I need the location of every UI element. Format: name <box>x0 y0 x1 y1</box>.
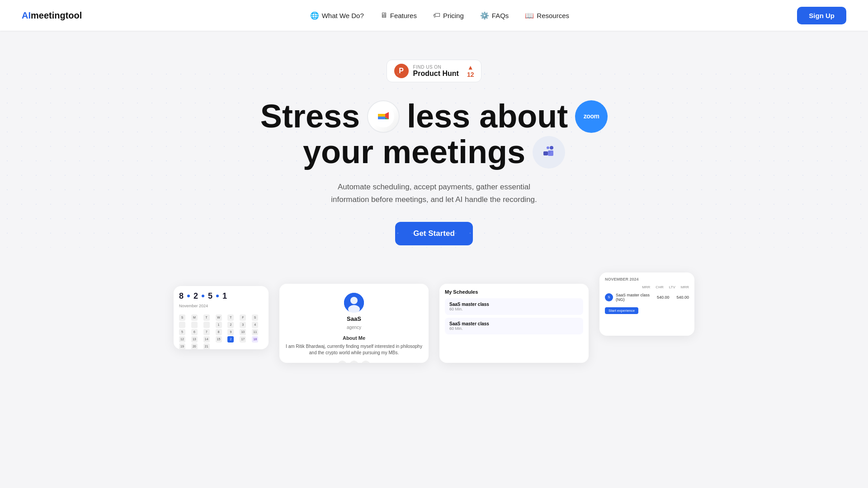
cal-cell: 5 <box>179 329 185 335</box>
dot-sep2 <box>202 295 204 297</box>
product-hunt-badge[interactable]: P FIND US ON Product Hunt ▲ 12 <box>387 60 482 82</box>
cal-cell: S <box>252 314 258 321</box>
cal-cell: 8 <box>216 329 222 335</box>
profile-about-title: About Me <box>343 335 365 341</box>
screenshot-schedules: My Schedules SaaS master class 60 Min. S… <box>439 284 589 363</box>
nav-pricing[interactable]: 🏷 Pricing <box>427 8 470 23</box>
cal-cell: 10 <box>240 329 246 335</box>
gear-icon: ⚙️ <box>480 11 489 20</box>
tag-icon: 🏷 <box>433 11 440 19</box>
product-hunt-logo: P <box>394 64 409 78</box>
cal-cell: 7 <box>203 329 210 335</box>
logo[interactable]: AImeetingtool <box>22 10 82 21</box>
zoom-label: zoom <box>584 113 599 120</box>
cal-cell: 4 <box>252 322 258 328</box>
globe-icon: 🌐 <box>310 11 319 20</box>
social-icon-3: in <box>361 361 370 363</box>
profile-name: SaaS <box>347 315 361 322</box>
ms-teams-icon <box>533 136 565 169</box>
nav-what-we-do[interactable]: 🌐 What We Do? <box>304 8 370 23</box>
social-icon-2: t <box>349 361 359 363</box>
nav-features-label: Features <box>390 12 417 19</box>
upvote-count: 12 <box>467 71 474 78</box>
stats-col-headers: MRR CHR LTV MRR <box>605 285 689 289</box>
stat-1: 1 <box>222 291 227 301</box>
cal-cell: 12 <box>179 336 185 343</box>
stat-val-2: 540.00 <box>676 295 689 300</box>
profile-bio: I am Ritik Bhardwaj, currently finding m… <box>285 343 423 356</box>
hero-subtitle: Automate scheduling, accept payments, ga… <box>321 181 547 205</box>
hero-section: P FIND US ON Product Hunt ▲ 12 Stress <box>0 31 868 363</box>
headline-line1: Stress less about zoom <box>260 99 608 134</box>
dot-sep1 <box>187 295 190 297</box>
cal-cell: S <box>179 314 185 321</box>
profile-avatar <box>344 293 364 313</box>
stats-month-header: NOVEMBER 2024 <box>605 277 689 282</box>
sched-dur-1: 60 Min. <box>449 307 579 311</box>
col-h2: CHR <box>656 285 663 289</box>
schedule-item-2: SaaS master class 60 Min. <box>445 318 583 334</box>
stats-row-1: S SaaS master class (NG) 540.00 540.00 <box>605 293 689 302</box>
screenshots-row: 8 2 5 1 November 2024 <box>0 272 868 363</box>
screenshot-stats: NOVEMBER 2024 MRR CHR LTV MRR S SaaS mas… <box>599 272 694 336</box>
cal-cell <box>191 322 198 328</box>
schedules-title: My Schedules <box>445 289 583 295</box>
nav-resources-label: Resources <box>537 12 569 19</box>
navbar: AImeetingtool 🌐 What We Do? 🖥 Features 🏷… <box>0 0 868 31</box>
sched-name-2: SaaS master class <box>449 321 579 326</box>
cal-cell <box>179 322 185 328</box>
nav-features[interactable]: 🖥 Features <box>374 8 423 23</box>
cal-cell: 21 <box>203 343 210 349</box>
cal-cell: 15 <box>216 336 222 343</box>
schedules-inner: My Schedules SaaS master class 60 Min. S… <box>439 284 589 343</box>
logo-ai: AI <box>22 10 31 21</box>
headline-line2: your meetings <box>260 134 608 170</box>
cal-cell: M <box>191 314 198 321</box>
cal-cell: 17 <box>240 336 246 343</box>
stat-5: 5 <box>208 291 212 301</box>
start-experience-btn[interactable]: Start experience <box>605 307 638 314</box>
cal-cell: 13 <box>191 336 198 343</box>
find-us-label: FIND US ON <box>413 65 459 70</box>
calendar-month-label: November 2024 <box>179 304 263 308</box>
sched-name-1: SaaS master class <box>449 302 579 307</box>
sched-dur-2: 60 Min. <box>449 326 579 331</box>
logo-rest: meetingtool <box>31 10 82 21</box>
stat-val-1: 540.00 <box>657 295 670 300</box>
product-hunt-score: ▲ 12 <box>467 64 474 78</box>
schedule-item-1: SaaS master class 60 Min. <box>445 298 583 315</box>
get-started-button[interactable]: Get Started <box>395 222 473 245</box>
signup-button[interactable]: Sign Up <box>797 7 846 24</box>
profile-company: agency <box>347 325 361 330</box>
nav-faqs[interactable]: ⚙️ FAQs <box>474 8 515 23</box>
col-h1: MRR <box>642 285 650 289</box>
headline-stress: Stress <box>260 99 360 134</box>
cal-cell: T <box>203 314 210 321</box>
col-h4: MRR <box>681 285 689 289</box>
screenshot-profile: SaaS agency About Me I am Ritik Bhardwaj… <box>279 284 429 363</box>
stat-8: 8 <box>179 291 184 301</box>
cal-cell: 6 <box>191 329 198 335</box>
svg-point-3 <box>350 297 358 304</box>
nav-pricing-label: Pricing <box>443 12 464 19</box>
cal-cell: 11 <box>252 329 258 335</box>
stat-2: 2 <box>193 291 198 301</box>
headline-less-about: less about <box>407 99 568 134</box>
upvote-arrow-icon: ▲ <box>467 64 474 71</box>
dot-sep3 <box>216 295 219 297</box>
mini-calendar: S M T W T F S 1 2 3 4 5 6 7 <box>179 314 263 349</box>
nav-resources[interactable]: 📖 Resources <box>519 8 576 23</box>
social-icon-1: f <box>338 361 347 363</box>
stats-inner: NOVEMBER 2024 MRR CHR LTV MRR S SaaS mas… <box>599 272 694 319</box>
cal-cell: W <box>216 314 222 321</box>
cal-cell: 2 <box>227 322 234 328</box>
cal-cell-highlight: 18 <box>252 336 258 343</box>
zoom-icon: zoom <box>575 100 608 133</box>
col-h3: LTV <box>669 285 675 289</box>
cal-cell <box>203 322 210 328</box>
cal-cell-active: 2 <box>227 336 234 343</box>
nav-faqs-label: FAQs <box>492 12 509 19</box>
product-hunt-name: Product Hunt <box>413 70 459 78</box>
headline: Stress less about zoom your meeti <box>260 99 608 170</box>
headline-your-meetings: your meetings <box>303 134 525 170</box>
